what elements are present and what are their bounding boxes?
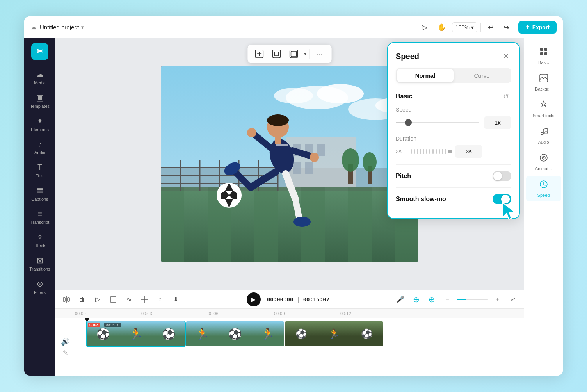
clip-segment-2[interactable]: 🏃 ⚽ 🏃 — [186, 321, 284, 346]
audio-icon-svg — [539, 127, 548, 136]
sidebar-item-audio[interactable]: ♪ Audio — [26, 137, 54, 158]
text-icon: T — [37, 163, 42, 172]
add-clip-icon — [255, 50, 264, 58]
edit-clip-button[interactable]: ✎ — [63, 349, 68, 356]
zoom-in-button[interactable]: + — [491, 293, 503, 306]
sidebar-item-elements[interactable]: ✦ Elements — [26, 113, 54, 135]
svg-rect-12 — [161, 187, 184, 262]
tick-4 — [420, 149, 421, 154]
timeline-right-controls: 🎤 ⊕ ⊕ − + ⤢ — [394, 293, 519, 306]
trim-button[interactable]: ↕ — [154, 293, 166, 306]
clip-segment-3[interactable]: ⚽ 🏃 ⚽ — [285, 321, 383, 346]
duration-end-value: 3s — [466, 148, 472, 155]
clip-frame-3: ⚽ — [152, 321, 185, 346]
volume-button[interactable]: 🔊 — [61, 337, 69, 346]
svg-marker-54 — [503, 203, 514, 219]
sidebar-item-transitions[interactable]: ⊠ Transitions — [26, 253, 54, 274]
project-name[interactable]: Untitled project ▾ — [40, 24, 84, 30]
svg-rect-41 — [275, 136, 281, 144]
svg-rect-61 — [540, 48, 543, 51]
pitch-toggle[interactable] — [493, 171, 511, 181]
pitch-label: Pitch — [396, 173, 411, 180]
smooth-slow-mo-container — [493, 194, 511, 204]
audio-icon: ♪ — [38, 140, 42, 149]
tick-11 — [442, 149, 443, 154]
sidebar-item-text[interactable]: T Text — [26, 160, 54, 181]
select-tool-button[interactable]: ▷ — [418, 20, 432, 34]
playback-settings-button[interactable]: ▷ — [91, 293, 104, 306]
delete-button[interactable]: 🗑 — [76, 293, 88, 306]
play-button[interactable]: ▶ — [247, 292, 261, 306]
more-options-button[interactable]: ··· — [313, 47, 327, 61]
undo-button[interactable]: ↩ — [484, 20, 498, 34]
crop-button[interactable] — [107, 293, 119, 306]
fullscreen-button[interactable]: ⤢ — [507, 293, 519, 306]
tick-7 — [429, 149, 430, 154]
right-panel-background[interactable]: Backgr... — [526, 69, 561, 95]
play-icon: ▶ — [251, 296, 256, 303]
total-time-text: 00:15:07 — [303, 296, 329, 303]
animation-panel-icon — [539, 153, 548, 164]
clip-segment-selected[interactable]: ⚽ 🏃 ⚽ 0.10X 00:03:00 — [87, 321, 185, 346]
timeline-zoom-slider[interactable] — [457, 299, 488, 300]
reset-button[interactable]: ↺ — [500, 91, 511, 102]
svg-rect-56 — [68, 298, 69, 301]
smooth-slow-mo-toggle[interactable] — [493, 194, 511, 204]
speed-timeline-button[interactable]: ⬇ — [169, 293, 182, 306]
sidebar-item-media[interactable]: ☁ Media — [26, 66, 54, 88]
auto-split-button[interactable]: ⊕ — [410, 293, 422, 306]
timeline-content: 00:00 00:03 00:06 00:09 00:12 🔊 ✎ — [55, 309, 524, 376]
mic-button[interactable]: 🎤 — [394, 293, 407, 306]
smooth-slow-mo-knob — [501, 195, 510, 203]
clip-time-badge: 00:03:00 — [104, 323, 121, 327]
canvas-area: ▾ ··· — [55, 38, 524, 290]
tab-normal[interactable]: Normal — [397, 69, 454, 82]
current-time-text: 00:00:00 — [267, 296, 293, 303]
svg-point-8 — [274, 88, 313, 103]
speed-slider-thumb[interactable] — [405, 119, 412, 126]
basic-icon-svg — [539, 47, 548, 56]
project-name-text: Untitled project — [40, 24, 79, 30]
ruler-mark-12: 00:12 — [340, 311, 351, 316]
fit-canvas-button[interactable] — [270, 47, 284, 61]
speed-value: 1x — [495, 119, 501, 126]
hand-tool-button[interactable]: ✋ — [435, 20, 449, 34]
speed-panel: Speed ✕ Normal Curve Basic ↺ Speed — [387, 42, 520, 219]
split2-button[interactable] — [138, 293, 151, 306]
duration-end-knob[interactable] — [448, 150, 452, 153]
right-panel-basic[interactable]: Basic — [526, 43, 561, 69]
sidebar-item-templates[interactable]: ▣ Templates — [26, 90, 54, 112]
right-panel-audio[interactable]: Audio — [526, 123, 561, 148]
effects-label: Effects — [33, 243, 46, 248]
align-button[interactable]: ⊕ — [425, 293, 438, 306]
timeline-track-content: ⚽ 🏃 ⚽ 0.10X 00:03:00 🏃 — [75, 318, 524, 376]
svg-rect-33 — [305, 162, 313, 174]
tab-curve[interactable]: Curve — [454, 69, 510, 82]
speed-slider-track[interactable] — [396, 122, 479, 123]
svg-point-35 — [342, 148, 359, 172]
sidebar-item-filters[interactable]: ⊙ Filters — [26, 276, 54, 298]
wave-button[interactable]: ∿ — [123, 293, 135, 306]
clip-frame-8: 🏃 — [318, 321, 350, 346]
duration-slider[interactable] — [411, 149, 452, 154]
right-panel-smart-tools[interactable]: Smart tools — [526, 96, 561, 122]
zoom-control[interactable]: 100% ▾ — [452, 22, 477, 32]
speed-panel-close-button[interactable]: ✕ — [500, 51, 511, 62]
split-text-button[interactable] — [60, 293, 73, 306]
right-panel-animation[interactable]: Animat... — [526, 149, 561, 175]
svg-point-51 — [294, 217, 311, 227]
sidebar-item-transcript[interactable]: ≡ Transcript — [26, 206, 54, 228]
expand-canvas-button[interactable] — [287, 47, 301, 61]
zoom-out-button[interactable]: − — [441, 293, 454, 306]
sidebar-item-effects[interactable]: ✧ Effects — [26, 229, 54, 251]
sidebar-item-captions[interactable]: ▤ Captions — [26, 183, 54, 205]
svg-rect-1 — [273, 50, 281, 58]
export-button[interactable]: ⬆ Export — [518, 21, 557, 34]
audio-label: Audio — [34, 150, 45, 155]
playhead-triangle — [85, 318, 89, 322]
svg-point-45 — [310, 153, 319, 162]
add-clip-button[interactable] — [253, 47, 267, 61]
background-panel-label: Backgr... — [535, 87, 552, 91]
redo-button[interactable]: ↪ — [500, 20, 514, 34]
right-panel-speed[interactable]: Speed — [526, 176, 561, 201]
